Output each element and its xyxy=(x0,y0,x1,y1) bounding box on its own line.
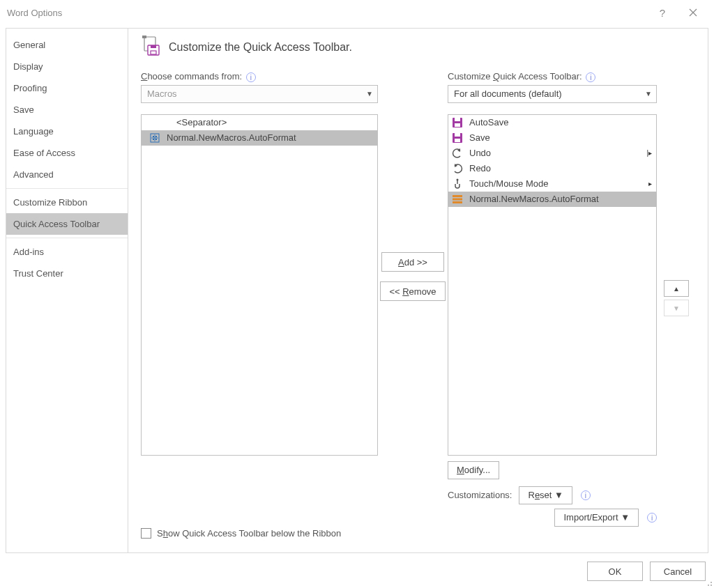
svg-rect-12 xyxy=(455,123,460,127)
titlebar: Word Options ? xyxy=(0,0,714,25)
resize-grip[interactable] xyxy=(703,577,713,587)
close-button[interactable] xyxy=(678,8,708,17)
svg-rect-15 xyxy=(455,139,460,142)
choose-commands-dropdown[interactable]: Macros ▼ xyxy=(141,85,378,103)
list-item-undo[interactable]: Undo |▸ xyxy=(448,146,656,161)
sidebar-item-add-ins[interactable]: Add-ins xyxy=(6,241,128,263)
list-item-macro[interactable]: Normal.NewMacros.AutoFormat xyxy=(448,192,656,207)
svg-rect-18 xyxy=(453,198,462,200)
sidebar-item-customize-ribbon[interactable]: Customize Ribbon xyxy=(6,192,128,213)
svg-rect-4 xyxy=(151,51,156,54)
list-item-touch-mouse[interactable]: Touch/Mouse Mode ▸ xyxy=(448,176,656,192)
sidebar-item-advanced[interactable]: Advanced xyxy=(6,164,128,185)
undo-icon xyxy=(451,148,464,159)
touch-icon xyxy=(451,178,464,189)
sidebar-item-display[interactable]: Display xyxy=(6,56,128,77)
list-item-autosave[interactable]: AutoSave xyxy=(448,115,656,130)
customizations-label: Customizations: xyxy=(448,490,512,500)
show-below-ribbon-label: Show Quick Access Toolbar below the Ribb… xyxy=(157,528,341,539)
sidebar-separator xyxy=(6,238,128,238)
info-icon[interactable]: i xyxy=(581,490,591,500)
list-item-save[interactable]: Save xyxy=(448,130,656,146)
choose-commands-column: Choose commands from: i Macros ▼ <Separa… xyxy=(141,71,378,456)
page-heading: Customize the Quick Access Toolbar. xyxy=(141,36,699,59)
sidebar-item-quick-access-toolbar[interactable]: Quick Access Toolbar xyxy=(6,213,128,235)
svg-rect-11 xyxy=(455,118,460,121)
svg-rect-6 xyxy=(153,136,154,137)
close-icon xyxy=(688,8,698,17)
list-item-redo[interactable]: Redo xyxy=(448,161,656,176)
info-icon[interactable]: i xyxy=(647,513,657,523)
svg-rect-8 xyxy=(153,139,154,140)
macro-orange-icon xyxy=(451,194,464,205)
svg-rect-1 xyxy=(142,36,146,38)
svg-rect-19 xyxy=(453,201,462,203)
sidebar-item-ease-of-access[interactable]: Ease of Access xyxy=(6,142,128,164)
import-export-button[interactable]: Import/Export ▼ xyxy=(554,509,639,527)
modify-button[interactable]: Modify... xyxy=(448,461,499,479)
choose-commands-value: Macros xyxy=(147,88,177,99)
svg-rect-17 xyxy=(453,195,462,197)
svg-rect-7 xyxy=(155,136,157,137)
reset-button[interactable]: Reset ▼ xyxy=(519,486,572,504)
sidebar-separator xyxy=(6,188,128,189)
list-item-separator[interactable]: <Separator> xyxy=(142,115,377,130)
dialog-body: General Display Proofing Save Language E… xyxy=(6,28,708,553)
sidebar-item-save[interactable]: Save xyxy=(6,99,128,121)
autosave-icon xyxy=(451,117,464,128)
window-title: Word Options xyxy=(6,8,647,18)
current-qat-column: Customize Quick Access Toolbar: i For al… xyxy=(448,71,657,527)
svg-point-16 xyxy=(457,178,459,180)
customize-qat-label: Customize Quick Access Toolbar: i xyxy=(448,71,657,82)
customize-qat-dropdown[interactable]: For all documents (default) ▼ xyxy=(448,85,657,103)
move-down-button[interactable]: ▼ xyxy=(664,300,689,316)
svg-rect-3 xyxy=(151,45,156,48)
macro-icon xyxy=(149,132,161,144)
move-up-button[interactable]: ▲ xyxy=(664,280,689,297)
chevron-down-icon: ▼ xyxy=(366,90,373,98)
svg-rect-14 xyxy=(455,133,460,137)
sidebar-item-general[interactable]: General xyxy=(6,34,128,56)
qat-icon xyxy=(141,36,162,59)
split-indicator-icon: |▸ xyxy=(646,149,652,157)
transfer-buttons: Add >> << Remove xyxy=(378,71,448,301)
ok-button[interactable]: OK xyxy=(587,562,643,581)
add-button[interactable]: Add >> xyxy=(381,252,444,272)
remove-button[interactable]: << Remove xyxy=(380,281,445,301)
sidebar-item-language[interactable]: Language xyxy=(6,121,128,142)
submenu-indicator-icon: ▸ xyxy=(648,180,652,187)
redo-icon xyxy=(451,163,464,174)
info-icon[interactable]: i xyxy=(246,72,256,82)
show-below-ribbon-row[interactable]: Show Quick Access Toolbar below the Ribb… xyxy=(141,528,341,539)
list-item-macro[interactable]: Normal.NewMacros.AutoFormat xyxy=(142,130,377,146)
info-icon[interactable]: i xyxy=(586,72,595,82)
dialog-footer: OK Cancel xyxy=(587,562,706,581)
customize-qat-value: For all documents (default) xyxy=(454,88,562,99)
available-commands-list[interactable]: <Separator> xyxy=(141,114,378,456)
category-sidebar: General Display Proofing Save Language E… xyxy=(6,28,128,553)
cancel-button[interactable]: Cancel xyxy=(650,562,706,581)
show-below-ribbon-checkbox[interactable] xyxy=(141,528,151,539)
sidebar-item-proofing[interactable]: Proofing xyxy=(6,77,128,99)
choose-commands-label: Choose commands from: i xyxy=(141,71,378,82)
chevron-down-icon: ▼ xyxy=(645,90,652,98)
sidebar-item-trust-center[interactable]: Trust Center xyxy=(6,263,128,284)
reorder-buttons: ▲ ▼ xyxy=(664,280,689,316)
save-icon xyxy=(451,132,464,144)
main-pane: Customize the Quick Access Toolbar. Choo… xyxy=(128,28,708,553)
page-heading-text: Customize the Quick Access Toolbar. xyxy=(169,41,352,54)
current-qat-list[interactable]: AutoSave Save Undo |▸ xyxy=(448,114,657,456)
help-button[interactable]: ? xyxy=(647,7,678,19)
svg-rect-9 xyxy=(155,139,157,140)
